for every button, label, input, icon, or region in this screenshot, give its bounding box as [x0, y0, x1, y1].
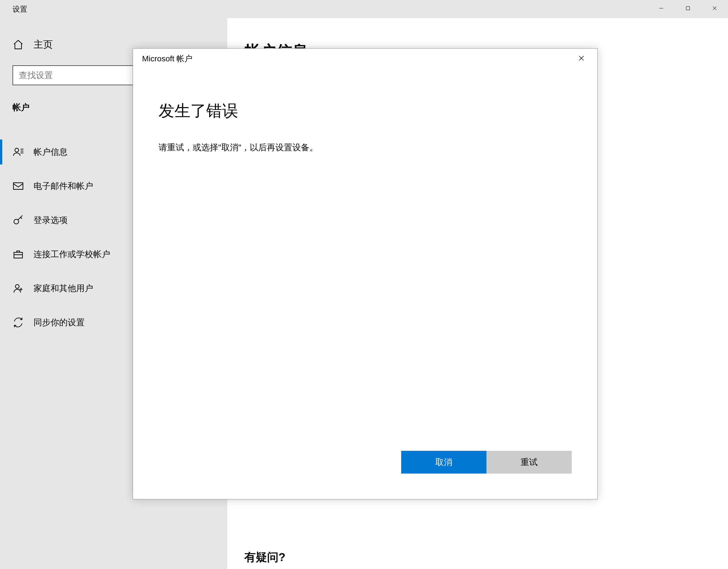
close-icon: [578, 55, 585, 62]
person-card-icon: [13, 146, 24, 158]
people-icon: [13, 283, 24, 294]
help-section: 有疑问? 获取帮助: [244, 549, 285, 569]
dialog-close-button[interactable]: [573, 50, 590, 67]
sidebar-item-label: 家庭和其他用户: [34, 283, 93, 294]
svg-point-12: [15, 285, 19, 288]
close-button[interactable]: [701, 0, 728, 16]
sidebar-item-label: 帐户信息: [34, 146, 68, 158]
dialog-title: Microsoft 帐户: [142, 53, 192, 64]
maximize-button[interactable]: [675, 0, 701, 16]
mail-icon: [13, 180, 24, 192]
dialog-body: 发生了错误 请重试，或选择"取消"，以后再设置设备。 取消 重试: [133, 69, 597, 499]
retry-button[interactable]: 重试: [486, 451, 572, 474]
briefcase-icon: [13, 249, 24, 260]
svg-rect-1: [686, 7, 690, 10]
dialog-message: 请重试，或选择"取消"，以后再设置设备。: [159, 142, 572, 153]
microsoft-account-dialog: Microsoft 帐户 发生了错误 请重试，或选择"取消"，以后再设置设备。 …: [133, 48, 598, 499]
svg-point-4: [15, 148, 18, 152]
dialog-heading: 发生了错误: [159, 100, 572, 122]
home-icon: [13, 39, 24, 50]
settings-window: 设置 主页 帐户: [0, 0, 728, 569]
svg-point-9: [14, 219, 19, 224]
window-title: 设置: [0, 4, 27, 14]
sidebar-item-label: 登录选项: [34, 214, 68, 226]
sidebar-item-label: 同步你的设置: [34, 317, 85, 328]
window-titlebar: 设置: [0, 0, 728, 18]
sidebar-item-label: 电子邮件和帐户: [34, 180, 93, 192]
help-heading: 有疑问?: [244, 549, 285, 565]
sync-icon: [13, 317, 24, 328]
key-icon: [13, 214, 24, 226]
cancel-button[interactable]: 取消: [401, 451, 486, 474]
minimize-button[interactable]: [648, 0, 675, 16]
home-label: 主页: [34, 38, 53, 51]
window-controls: [648, 0, 728, 16]
dialog-titlebar: Microsoft 帐户: [133, 49, 597, 69]
svg-rect-8: [13, 183, 23, 189]
dialog-button-row: 取消 重试: [401, 451, 572, 474]
svg-rect-10: [14, 252, 22, 258]
sidebar-item-label: 连接工作或学校帐户: [34, 249, 110, 260]
